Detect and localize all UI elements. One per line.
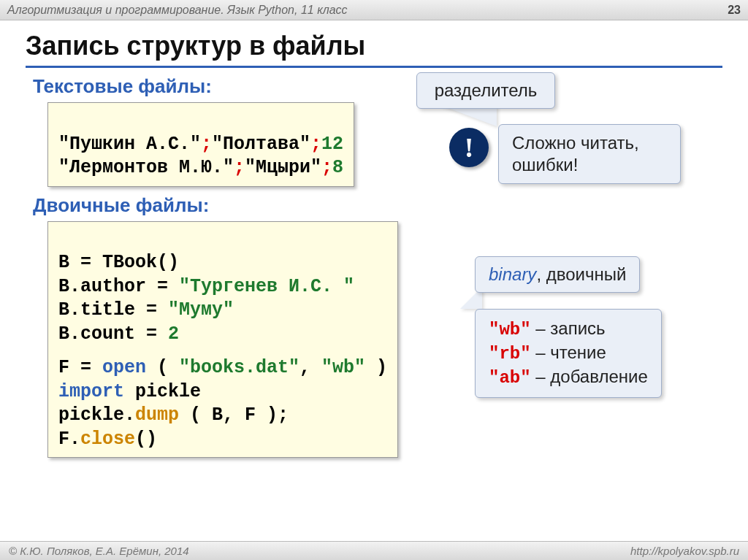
- callout-binary: binary, двоичный: [475, 256, 640, 293]
- callout-warning: Сложно читать, ошибки!: [498, 124, 681, 184]
- page-title: Запись структур в файлы: [0, 20, 748, 63]
- footer-url: http://kpolyakov.spb.ru: [630, 545, 739, 557]
- top-bar: Алгоритмизация и программирование. Язык …: [0, 0, 748, 20]
- code-box-binary: B = TBook() B.author = "Тургенев И.С. " …: [47, 221, 398, 459]
- bottom-bar: © К.Ю. Поляков, Е.А. Ерёмин, 2014 http:/…: [0, 541, 748, 560]
- exclaim-icon: !: [449, 128, 489, 167]
- section-binary-files: Двоичные файлы:: [33, 194, 722, 217]
- section-text-files: Текстовые файлы:: [33, 75, 722, 98]
- code-box-text: "Пушкин А.С.";"Полтава";12 "Лермонтов М.…: [47, 102, 354, 187]
- copyright: © К.Ю. Поляков, Е.А. Ерёмин, 2014: [9, 545, 189, 557]
- page-number: 23: [728, 4, 741, 17]
- course-title: Алгоритмизация и программирование. Язык …: [7, 4, 348, 17]
- callout-separator: разделитель: [416, 72, 555, 109]
- callout-modes: "wb" – запись "rb" – чтение "ab" – добав…: [475, 309, 662, 398]
